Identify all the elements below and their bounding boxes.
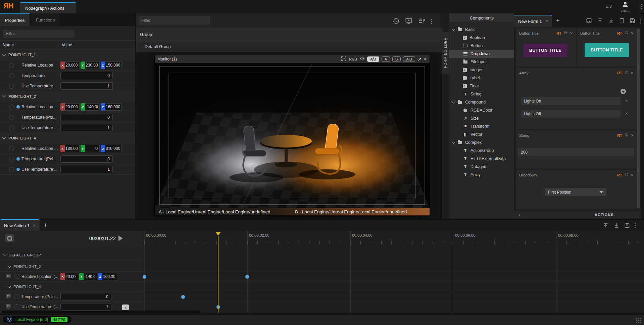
properties-filter-input[interactable] — [3, 30, 75, 38]
sort-properties-icon[interactable] — [418, 17, 426, 25]
close-icon[interactable] — [631, 173, 634, 177]
close-icon[interactable] — [570, 31, 573, 36]
gear-icon[interactable] — [564, 31, 568, 36]
gear-icon[interactable] — [625, 31, 629, 36]
value-input[interactable] — [60, 72, 113, 79]
tree-item-dropdown[interactable]: Dropdown — [449, 50, 514, 58]
timeline-group-pointlight-2[interactable]: POINTLIGHT_2 — [0, 261, 143, 272]
keyframe-marker[interactable] — [143, 275, 146, 279]
x-value-input[interactable] — [65, 62, 80, 69]
remove-item-icon[interactable] — [625, 111, 628, 116]
form-builder-tab[interactable]: FORM BUILDER — [442, 32, 449, 74]
group-header-pointlight-1[interactable]: POINTLIGHT_1 — [0, 50, 135, 60]
save-icon[interactable] — [624, 222, 630, 229]
group-header-row[interactable]: Group — [136, 28, 442, 41]
keyframe-marker[interactable] — [245, 275, 249, 279]
user-account[interactable]: Ergo ... — [618, 1, 633, 12]
tree-section-basic[interactable]: Basic — [449, 26, 514, 34]
upload-icon[interactable] — [597, 18, 603, 25]
gear-icon[interactable] — [625, 172, 629, 177]
value-input[interactable] — [60, 82, 113, 90]
x-value-input[interactable] — [65, 103, 80, 111]
keyframe-circle[interactable] — [9, 84, 14, 89]
tree-item-vector[interactable]: Vector — [449, 130, 514, 138]
upload-icon[interactable] — [603, 222, 609, 229]
form-link-icon[interactable] — [5, 293, 11, 300]
runtime-badge[interactable]: RT — [617, 31, 622, 35]
fit-screen-icon[interactable] — [341, 56, 347, 62]
keyframe-circle[interactable] — [9, 105, 14, 110]
keyframe-circle[interactable] — [9, 157, 14, 162]
default-group-row[interactable]: Default Group — [136, 41, 442, 52]
y-value-input[interactable] — [85, 62, 100, 69]
tree-item-button[interactable]: Button — [449, 42, 514, 50]
playhead-line[interactable] — [218, 236, 218, 313]
x-value-input[interactable] — [65, 273, 78, 280]
tree-item-integer[interactable]: Integer — [449, 66, 514, 74]
value-input[interactable] — [60, 114, 113, 121]
z-value-input[interactable] — [105, 145, 122, 152]
runtime-badge[interactable]: RT — [617, 133, 622, 137]
value-input[interactable] — [60, 303, 111, 311]
group-header-pointlight-2[interactable]: POINTLIGHT_2 — [0, 91, 135, 102]
history-icon[interactable] — [393, 17, 399, 25]
tree-item-label[interactable]: Label — [449, 74, 514, 82]
y-value-input[interactable] — [85, 103, 100, 111]
group-header-pointlight-4[interactable]: POINTLIGHT_4 — [0, 133, 135, 144]
tree-item-rgbacolor[interactable]: RGBAColor — [449, 106, 514, 114]
popout-arrow-icon[interactable]: ↗ — [417, 56, 422, 62]
tree-item-datagrid[interactable]: Datagrid — [449, 163, 514, 171]
download-icon[interactable] — [608, 18, 614, 25]
close-icon[interactable] — [631, 71, 634, 75]
collapse-left-icon[interactable]: ‹ — [518, 212, 520, 217]
tab-new-action-1[interactable]: New Action 1 — [0, 219, 40, 231]
close-icon[interactable] — [424, 56, 427, 62]
monitor-viewport[interactable] — [155, 63, 430, 208]
tree-section-complex[interactable]: Complex — [449, 138, 514, 147]
array-item-input[interactable] — [521, 97, 621, 105]
tree-item-size[interactable]: Size — [449, 114, 514, 122]
gear-icon[interactable] — [625, 70, 629, 75]
save-icon[interactable] — [630, 18, 635, 25]
y-value-input[interactable] — [85, 145, 100, 152]
nodegraph-filter-input[interactable] — [138, 16, 210, 25]
keyframe-marker[interactable] — [181, 295, 185, 299]
kebab-menu-icon[interactable] — [635, 223, 636, 229]
close-icon[interactable] — [545, 19, 548, 24]
collapse-tracks-button[interactable] — [122, 304, 129, 310]
string-value-input[interactable] — [518, 148, 634, 156]
add-action-button[interactable] — [40, 219, 51, 231]
value-input[interactable] — [60, 293, 111, 300]
keyframe-circle[interactable] — [9, 125, 14, 130]
add-form-button[interactable] — [552, 15, 564, 27]
keyframe-circle[interactable] — [9, 167, 14, 172]
runtime-badge[interactable]: RT — [617, 173, 622, 177]
app-logo[interactable]: ЯH — [3, 2, 13, 10]
form-link-icon[interactable] — [5, 303, 11, 310]
target-icon[interactable] — [359, 56, 365, 62]
timeline-group-pointlight-4[interactable]: POINTLIGHT_4 — [0, 282, 143, 292]
gear-icon[interactable] — [625, 133, 629, 138]
keyframe-circle[interactable] — [9, 73, 14, 78]
view-b-button[interactable]: B — [392, 56, 401, 62]
clipboard-icon[interactable] — [619, 17, 625, 25]
view-a-button[interactable]: A — [382, 56, 390, 62]
preview-monitor-icon[interactable] — [405, 17, 412, 25]
dropdown-select[interactable]: First Position — [545, 188, 606, 196]
close-icon[interactable] — [631, 133, 634, 138]
tree-item-boolean[interactable]: Boolean — [449, 34, 514, 42]
close-icon[interactable] — [631, 31, 634, 36]
tree-item-string[interactable]: String — [449, 90, 514, 98]
x-value-input[interactable] — [65, 145, 80, 152]
remove-item-icon[interactable] — [625, 98, 628, 103]
form-scrollbar[interactable] — [637, 29, 640, 208]
tree-section-compound[interactable]: Compound — [449, 98, 514, 106]
download-icon[interactable] — [613, 222, 620, 229]
z-value-input[interactable] — [105, 62, 122, 69]
z-value-input[interactable] — [102, 273, 117, 280]
tree-item-actiongroup[interactable]: ActionGroup — [449, 147, 514, 155]
runtime-badge[interactable]: RT — [617, 71, 622, 75]
array-item-input[interactable] — [521, 110, 621, 118]
tree-item-float[interactable]: Float — [449, 82, 514, 90]
tree-item-array[interactable]: Array — [449, 171, 514, 179]
